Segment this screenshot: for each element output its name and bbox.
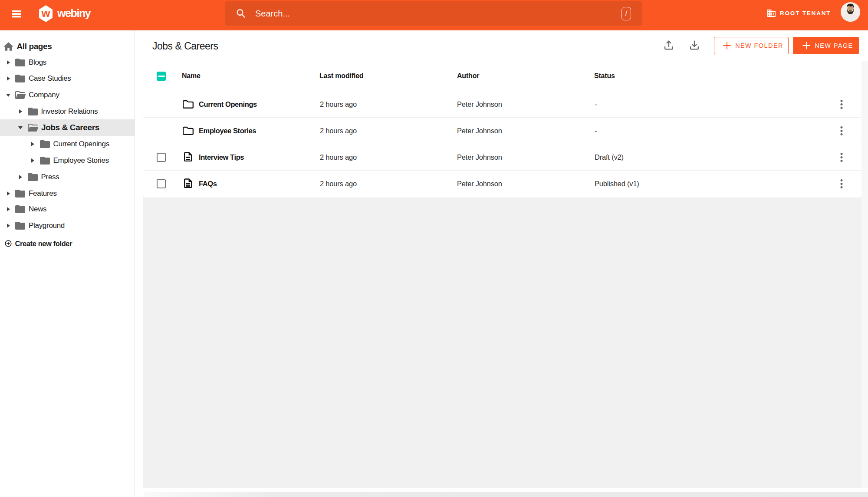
svg-text:w: w (41, 7, 50, 20)
